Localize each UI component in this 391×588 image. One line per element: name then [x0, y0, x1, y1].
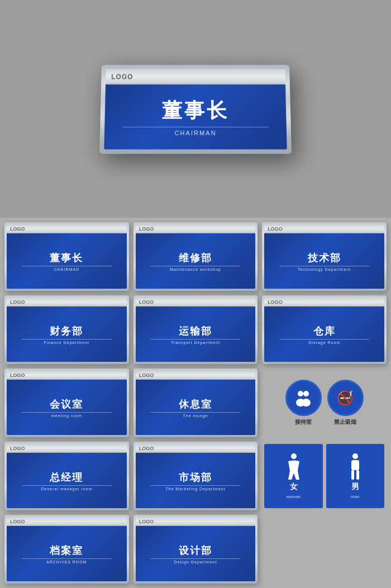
sign-card-2: LOGO 技术部 Technology Department: [262, 222, 387, 291]
circle-signs-cell: 接待室 🚭 禁止吸烟: [262, 369, 387, 437]
card-logo-1: LOGO: [139, 226, 154, 232]
empty-cell: [262, 515, 387, 584]
no-smoking-icon: 🚭: [337, 390, 354, 406]
card-logo-8: LOGO: [10, 446, 25, 451]
sign-logo-bar: LOGO: [106, 69, 285, 84]
sign-card-4: LOGO 运输部 Transport Department: [133, 295, 258, 364]
card-chinese-6: 会议室: [50, 398, 83, 411]
card-logo-9: LOGO: [139, 446, 154, 451]
card-english-5: Storage Room: [308, 341, 340, 345]
card-chinese-5: 仓库: [313, 324, 336, 338]
reception-sign: 接待室: [285, 380, 322, 426]
no-smoking-label: 禁止吸烟: [334, 418, 356, 426]
card-chinese-11: 设计部: [179, 544, 212, 557]
card-english-8: General manager room: [41, 487, 92, 491]
reception-circle: [285, 380, 322, 416]
card-english-4: Transport Department: [171, 341, 220, 345]
card-chinese-8: 总经理: [50, 471, 83, 484]
grid-section: LOGO 董事长 CHAIRMAN LOGO 维修部 Maintenance w…: [0, 218, 391, 588]
card-english-3: Finance Department: [44, 341, 89, 345]
svg-point-5: [352, 453, 358, 459]
man-chinese: 男: [351, 482, 359, 492]
sign-card-3: LOGO 财务部 Finance Department: [4, 295, 129, 364]
no-smoking-circle: 🚭: [327, 380, 364, 416]
card-logo-0: LOGO: [10, 226, 25, 232]
card-chinese-2: 技术部: [308, 251, 341, 265]
svg-point-3: [302, 399, 311, 407]
woman-toilet-sign: 女 woman: [264, 444, 322, 508]
card-chinese-7: 休息室: [179, 398, 212, 411]
hero-chinese: 董事长: [162, 97, 229, 125]
card-chinese-0: 董事长: [50, 251, 83, 265]
card-logo-7: LOGO: [139, 372, 154, 378]
card-logo-10: LOGO: [10, 519, 25, 524]
woman-icon: [285, 453, 302, 480]
hero-section: 6 LOGO 董事长 CHAIRMAN: [0, 0, 391, 218]
sign-card-0: LOGO 董事长 CHAIRMAN: [4, 222, 129, 291]
card-english-6: meeting room: [51, 414, 82, 418]
card-english-2: Technology Department: [298, 267, 351, 271]
sign-card-11: LOGO 设计部 Design Department: [133, 515, 258, 584]
hero-logo-text: LOGO: [111, 73, 133, 80]
svg-rect-7: [351, 470, 354, 480]
card-english-0: CHAIRMAN: [54, 267, 79, 271]
hero-sign: LOGO 董事长 CHAIRMAN: [99, 65, 292, 154]
card-chinese-1: 维修部: [179, 251, 212, 265]
sign-frame: LOGO 董事长 CHAIRMAN: [99, 65, 292, 154]
no-smoking-sign: 🚭 禁止吸烟: [327, 380, 364, 426]
card-logo-11: LOGO: [139, 519, 154, 524]
man-toilet-sign: 男 man: [326, 444, 384, 508]
card-chinese-10: 档案室: [50, 544, 83, 557]
card-logo-3: LOGO: [10, 299, 25, 305]
circle-signs-row: 接待室 🚭 禁止吸烟: [285, 380, 364, 426]
man-icon: [347, 453, 364, 480]
svg-point-1: [303, 391, 309, 396]
sign-main: 董事长 CHAIRMAN: [104, 84, 287, 149]
sign-card-9: LOGO 市场部 The Marketing Department: [133, 442, 258, 510]
svg-rect-8: [356, 470, 359, 480]
card-chinese-4: 运输部: [179, 324, 212, 338]
woman-english: woman: [287, 494, 301, 499]
sign-card-6: LOGO 会议室 meeting room: [4, 369, 129, 437]
card-english-7: The lounge: [183, 414, 208, 418]
card-chinese-9: 市场部: [179, 471, 212, 484]
card-chinese-3: 财务部: [50, 324, 83, 338]
card-logo-6: LOGO: [10, 372, 25, 378]
sign-card-8: LOGO 总经理 General manager room: [4, 442, 129, 510]
sign-card-7: LOGO 休息室 The lounge: [133, 369, 258, 437]
card-english-10: ARCHIVES ROOM: [46, 560, 87, 564]
card-english-9: The Marketing Department: [165, 487, 225, 491]
card-english-11: Design Department: [174, 560, 217, 564]
sign-card-10: LOGO 档案室 ARCHIVES ROOM: [4, 515, 129, 584]
toilet-signs-cell: 女 woman 男 man: [262, 442, 387, 510]
svg-point-0: [298, 391, 303, 396]
sign-divider: [123, 127, 268, 127]
svg-point-4: [291, 453, 297, 459]
card-logo-2: LOGO: [268, 226, 283, 232]
sign-card-5: LOGO 仓库 Storage Room: [262, 295, 387, 364]
card-logo-5: LOGO: [268, 299, 283, 305]
card-logo-4: LOGO: [139, 299, 154, 305]
people-icon: [293, 388, 313, 408]
svg-rect-6: [351, 460, 359, 470]
woman-chinese: 女: [290, 482, 298, 492]
hero-english: CHAIRMAN: [174, 130, 216, 136]
man-english: man: [351, 494, 360, 499]
reception-label: 接待室: [295, 418, 312, 426]
card-english-1: Maintenance workshop: [170, 267, 221, 271]
sign-card-1: LOGO 维修部 Maintenance workshop: [133, 222, 258, 291]
